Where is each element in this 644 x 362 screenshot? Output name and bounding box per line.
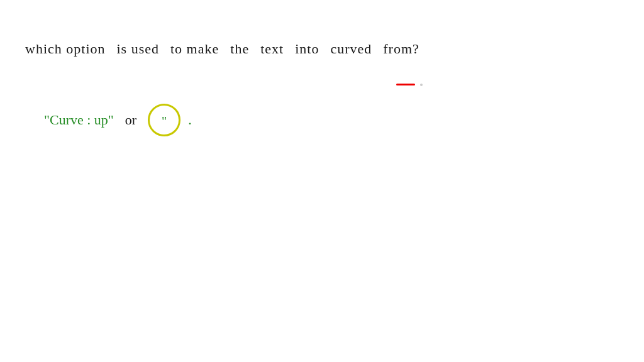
question-container: which option is used to make the text in…: [25, 41, 419, 57]
question-text-2: is used: [117, 41, 160, 57]
dot-after-circle: .: [188, 112, 192, 128]
red-underline-decoration: [396, 84, 415, 85]
red-dot-decoration: [420, 84, 423, 86]
answer-container: "Curve : up" or " .: [44, 104, 192, 136]
question-text-7: curved: [330, 41, 372, 57]
question-text-6: into: [295, 41, 319, 57]
option2-text: ": [162, 114, 167, 129]
question-text-4: the: [230, 41, 249, 57]
option1-text: "Curve : up": [44, 112, 114, 128]
question-text: which option: [25, 41, 106, 57]
question-text-5: text: [260, 41, 284, 57]
option2-circle: ": [148, 104, 180, 136]
question-text-8: from?: [383, 41, 419, 57]
or-label: or: [125, 112, 136, 128]
question-text-3: to make: [170, 41, 219, 57]
